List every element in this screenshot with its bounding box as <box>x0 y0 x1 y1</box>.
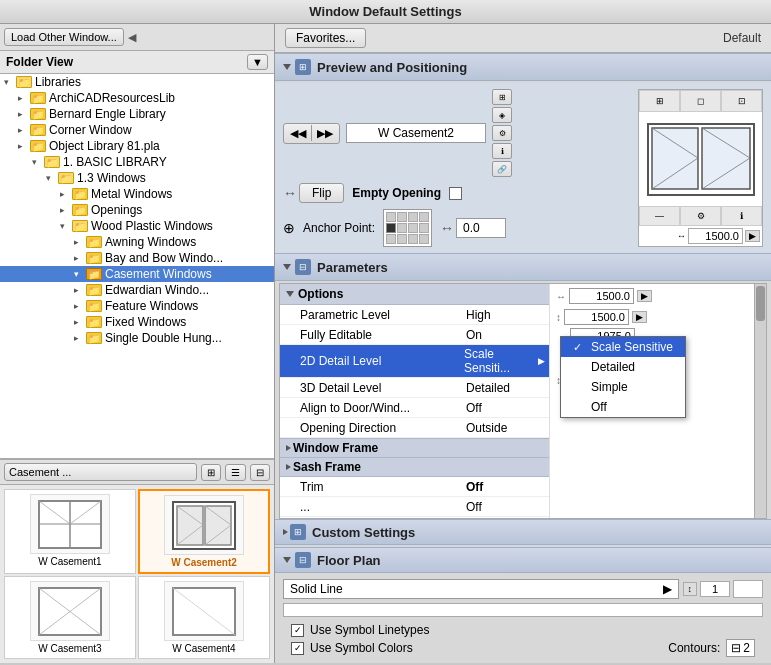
meas-row-1: ↔ 1500.0 ▶ <box>641 228 760 244</box>
dropdown-item-scale[interactable]: ✓ Scale Sensitive <box>561 337 685 357</box>
tree-item-corner[interactable]: ▸ 📁 Corner Window <box>0 122 274 138</box>
tree-container[interactable]: ▾ 📁 Libraries ▸ 📁 ArchiCADResourcesLib ▸… <box>0 74 274 459</box>
height-input[interactable] <box>564 309 629 325</box>
preview-icon-1[interactable]: ⊞ <box>639 90 680 112</box>
dropdown-item-label: Simple <box>591 380 628 394</box>
opt-row-3d: 3D Detail Level Detailed <box>280 378 549 398</box>
dropdown-item-simple[interactable]: Simple <box>561 377 685 397</box>
tree-item-casement[interactable]: ▾ 📁 Casement Windows <box>0 266 274 282</box>
use-symbol-linetypes-checkbox[interactable]: ✓ <box>291 624 304 637</box>
list-icon-btn[interactable]: ☰ <box>225 464 246 481</box>
height-arrow[interactable]: ▶ <box>632 311 647 323</box>
tree-item-object[interactable]: ▸ 📁 Object Library 81.pla <box>0 138 274 154</box>
empty-opening-checkbox[interactable] <box>449 187 462 200</box>
thumb-casement1[interactable]: W Casement1 <box>4 489 136 574</box>
line-counter-btn[interactable]: ↕ <box>683 582 698 596</box>
anchor-row: ⊕ Anchor Point: <box>283 209 630 247</box>
opening-label: Opening Direction <box>280 419 460 437</box>
view-3d-button[interactable]: ◈ <box>492 107 512 123</box>
right-header: Favorites... Default <box>275 24 771 53</box>
anchor-left-icon[interactable]: ↔ <box>440 220 454 236</box>
use-symbol-colors-checkbox[interactable]: ✓ <box>291 642 304 655</box>
grid-icon-btn[interactable]: ⊟ <box>250 464 270 481</box>
opt-row-trim: Trim Off <box>280 477 549 497</box>
width-arrow[interactable]: ▶ <box>637 290 652 302</box>
tree-arrow: ▸ <box>74 253 86 263</box>
params-icon: ⊟ <box>295 259 311 275</box>
prev-button[interactable]: ◀◀ <box>285 125 311 142</box>
width-input[interactable] <box>569 288 634 304</box>
thumb-canvas-2 <box>164 495 244 555</box>
thumb-casement3[interactable]: W Casement3 <box>4 576 136 659</box>
anchor-icon: ⊕ <box>283 220 295 236</box>
nav-arrows: ◀◀ ▶▶ <box>283 123 340 144</box>
scroll-left-btn[interactable]: ◀ <box>128 31 136 44</box>
dropdown-item-off[interactable]: Off <box>561 397 685 417</box>
solid-line-dropdown[interactable]: Solid Line ▶ <box>283 579 679 599</box>
tree-item-edwardian[interactable]: ▸ 📁 Edwardian Windo... <box>0 282 274 298</box>
line-count-input[interactable] <box>700 581 730 597</box>
link-button[interactable]: 🔗 <box>492 161 512 177</box>
trim-value: Off <box>460 478 489 496</box>
opt-row-2d[interactable]: 2D Detail Level Scale Sensiti... ▶ <box>280 345 549 378</box>
next-button[interactable]: ▶▶ <box>312 125 338 142</box>
preview-icon-2[interactable]: ◻ <box>680 90 721 112</box>
thumb-label-1: W Casement1 <box>38 556 101 567</box>
tree-item-feature[interactable]: ▸ 📁 Feature Windows <box>0 298 274 314</box>
settings-button[interactable]: ⚙ <box>492 125 512 141</box>
tree-item-archicad[interactable]: ▸ 📁 ArchiCADResourcesLib <box>0 90 274 106</box>
tree-item-windows13[interactable]: ▾ 📁 1.3 Windows <box>0 170 274 186</box>
floor-triangle <box>283 557 291 563</box>
tree-item-baybow[interactable]: ▸ 📁 Bay and Bow Windo... <box>0 250 274 266</box>
tree-item-metal[interactable]: ▸ 📁 Metal Windows <box>0 186 274 202</box>
arrow-icon: ↔ <box>283 185 297 201</box>
meas-value-1[interactable]: 1500.0 <box>688 228 743 244</box>
category-dropdown[interactable]: Casement ... <box>4 463 197 481</box>
tree-item-singlehung[interactable]: ▸ 📁 Single Double Hung... <box>0 330 274 346</box>
use-symbol-linetypes-row: ✓ Use Symbol Linetypes <box>283 621 763 639</box>
params-scrollbar[interactable] <box>754 284 766 518</box>
dropdown-item-label: Scale Sensitive <box>591 340 673 354</box>
preview-icon-4[interactable]: — <box>639 206 680 226</box>
tree-item-awning[interactable]: ▸ 📁 Awning Windows <box>0 234 274 250</box>
tree-item-fixed[interactable]: ▸ 📁 Fixed Windows <box>0 314 274 330</box>
tree-arrow: ▸ <box>18 109 30 119</box>
title-bar: Window Default Settings <box>0 0 771 24</box>
sash-frame-label: Sash Frame <box>293 460 361 474</box>
dropdown-item-detailed[interactable]: Detailed <box>561 357 685 377</box>
folder-icon: 📁 <box>86 300 102 312</box>
anchor-selector[interactable] <box>383 209 432 247</box>
folder-icon: 📁 <box>58 172 74 184</box>
toolbar-row: Load Other Window... ◀ <box>0 24 274 51</box>
view-icon-btn[interactable]: ⊞ <box>201 464 221 481</box>
preview-icon-5[interactable]: ⚙ <box>680 206 721 226</box>
meas-arrow-1[interactable]: ▶ <box>745 230 760 242</box>
favorites-button[interactable]: Favorites... <box>285 28 366 48</box>
tree-item-bernard[interactable]: ▸ 📁 Bernard Engle Library <box>0 106 274 122</box>
anchor-value[interactable]: 0.0 <box>456 218 506 238</box>
preview-icon-3[interactable]: ⊡ <box>721 90 762 112</box>
info-button[interactable]: ℹ <box>492 143 512 159</box>
empty-opening-label: Empty Opening <box>352 186 441 200</box>
thumb-casement2[interactable]: W Casement2 <box>138 489 270 574</box>
custom-title: Custom Settings <box>312 525 415 540</box>
preview-icon-6[interactable]: ℹ <box>721 206 762 226</box>
flip-button[interactable]: Flip <box>299 183 344 203</box>
contours-box[interactable]: ⊟ 2 <box>726 639 755 657</box>
folder-icon: 📁 <box>72 220 88 232</box>
thumb-casement4[interactable]: W Casement4 <box>138 576 270 659</box>
opt-row-opening: Opening Direction Outside <box>280 418 549 438</box>
folder-icon: 📁 <box>86 284 102 296</box>
options-triangle <box>286 291 294 297</box>
tree-arrow: ▾ <box>46 173 58 183</box>
tree-item-libraries[interactable]: ▾ 📁 Libraries <box>0 74 274 90</box>
opening-value: Outside <box>460 419 513 437</box>
folder-icon: 📁 <box>86 252 102 264</box>
tree-item-openings[interactable]: ▸ 📁 Openings <box>0 202 274 218</box>
tree-item-woodplastic[interactable]: ▾ 📁 Wood Plastic Windows <box>0 218 274 234</box>
tree-arrow: ▸ <box>74 285 86 295</box>
folder-view-dropdown[interactable]: ▼ <box>247 54 268 70</box>
tree-item-basic[interactable]: ▾ 📁 1. BASIC LIBRARY <box>0 154 274 170</box>
load-window-button[interactable]: Load Other Window... <box>4 28 124 46</box>
view-2d-button[interactable]: ⊞ <box>492 89 512 105</box>
